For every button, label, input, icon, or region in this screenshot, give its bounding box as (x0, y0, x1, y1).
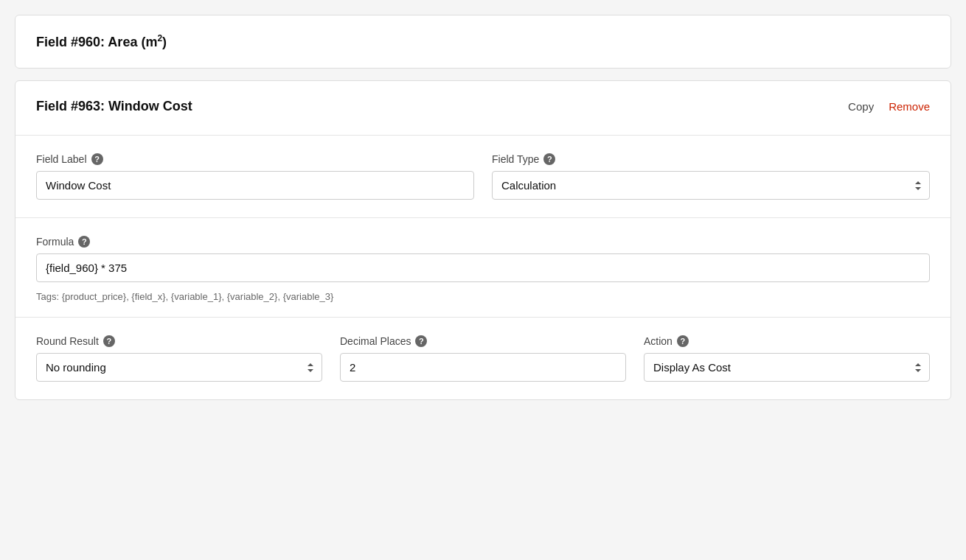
formula-label: Formula (36, 236, 74, 248)
decimal-places-input[interactable] (340, 353, 626, 382)
field-963-card: Field #963: Window Cost Copy Remove Fiel… (15, 80, 951, 400)
field-type-select[interactable]: Calculation Text Number Dropdown (492, 171, 930, 200)
field-label-help-icon[interactable]: ? (91, 153, 103, 165)
field-960-title-end: ) (162, 35, 167, 49)
field-label-group: Field Label ? (36, 153, 474, 200)
formula-tags: Tags: {product_price}, {field_x}, {varia… (36, 291, 930, 302)
field-type-label: Field Type (492, 153, 539, 165)
action-select[interactable]: Display As Cost Display As Text Display … (644, 353, 930, 382)
divider-2 (15, 217, 951, 218)
field-960-card: Field #960: Area (m2) (15, 15, 951, 69)
decimal-places-label-row: Decimal Places ? (340, 335, 626, 347)
formula-label-row: Formula ? (36, 236, 930, 248)
round-result-label: Round Result (36, 335, 99, 347)
action-label-row: Action ? (644, 335, 930, 347)
field-label-label-row: Field Label ? (36, 153, 474, 165)
header-actions: Copy Remove (848, 100, 930, 113)
field-type-help-icon[interactable]: ? (543, 153, 555, 165)
field-label-input[interactable] (36, 171, 474, 200)
field-963-header: Field #963: Window Cost Copy Remove (36, 99, 930, 114)
divider (15, 135, 951, 136)
copy-button[interactable]: Copy (848, 100, 874, 113)
round-result-group: Round Result ? No rounding Round to inte… (36, 335, 322, 382)
formula-help-icon[interactable]: ? (78, 236, 90, 248)
round-result-label-row: Round Result ? (36, 335, 322, 347)
remove-button[interactable]: Remove (889, 100, 930, 113)
action-label: Action (644, 335, 673, 347)
round-result-help-icon[interactable]: ? (103, 335, 115, 347)
decimal-places-label: Decimal Places (340, 335, 411, 347)
divider-3 (15, 317, 951, 318)
field-963-title: Field #963: Window Cost (36, 99, 192, 114)
decimal-places-help-icon[interactable]: ? (415, 335, 427, 347)
field-type-label-row: Field Type ? (492, 153, 930, 165)
field-960-title: Field #960: Area (m2) (36, 33, 930, 50)
action-help-icon[interactable]: ? (677, 335, 689, 347)
field-label-label: Field Label (36, 153, 87, 165)
field-960-title-text: Field #960: Area (m (36, 35, 157, 49)
round-result-select[interactable]: No rounding Round to integer Round up Ro… (36, 353, 322, 382)
bottom-row: Round Result ? No rounding Round to inte… (36, 335, 930, 382)
formula-group: Formula ? Tags: {product_price}, {field_… (36, 236, 930, 302)
decimal-places-group: Decimal Places ? (340, 335, 626, 382)
label-type-row: Field Label ? Field Type ? Calculation T… (36, 153, 930, 200)
field-type-group: Field Type ? Calculation Text Number Dro… (492, 153, 930, 200)
formula-input[interactable] (36, 253, 930, 282)
action-group: Action ? Display As Cost Display As Text… (644, 335, 930, 382)
